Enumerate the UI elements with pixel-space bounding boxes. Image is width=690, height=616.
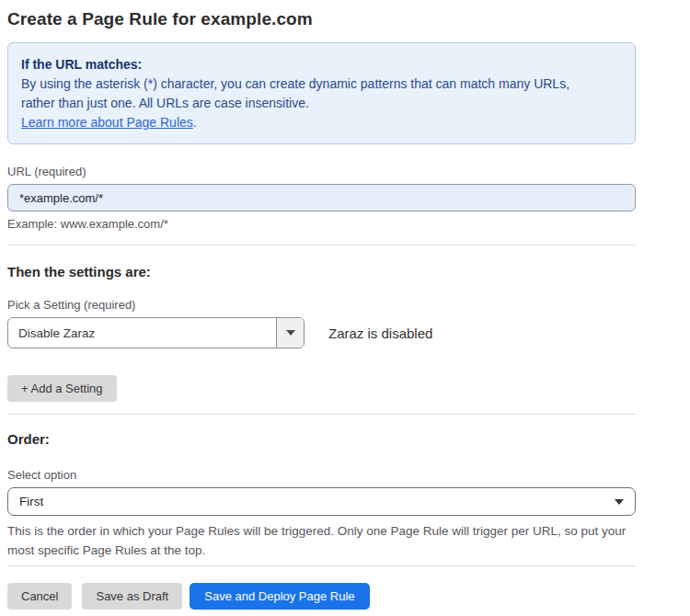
add-setting-button[interactable]: + Add a Setting	[7, 375, 117, 402]
setting-select-value: Disable Zaraz	[8, 318, 276, 348]
caret-down-icon	[286, 330, 295, 336]
setting-row: Disable Zaraz Zaraz is disabled	[7, 317, 636, 348]
order-section-heading: Order:	[7, 431, 636, 447]
cancel-button[interactable]: Cancel	[7, 583, 72, 610]
order-select-label: Select option	[7, 468, 636, 482]
setting-select-arrow-button[interactable]	[276, 318, 304, 348]
order-select[interactable]: First	[7, 487, 636, 516]
order-select-value: First	[19, 495, 615, 508]
settings-section-heading: Then the settings are:	[7, 264, 636, 279]
caret-down-icon	[615, 499, 624, 505]
page-rule-form: Create a Page Rule for example.com If th…	[0, 0, 636, 610]
setting-select[interactable]: Disable Zaraz	[7, 317, 305, 348]
url-input[interactable]	[7, 184, 636, 211]
page-title: Create a Page Rule for example.com	[7, 9, 636, 29]
order-help-text: This is the order in which your Page Rul…	[7, 521, 633, 560]
save-and-deploy-button[interactable]: Save and Deploy Page Rule	[190, 583, 369, 610]
divider	[7, 565, 636, 566]
learn-more-link[interactable]: Learn more about Page Rules	[21, 115, 193, 130]
url-example-text: Example: www.example.com/*	[7, 217, 636, 231]
info-box-heading: If the URL matches:	[21, 55, 620, 74]
link-period: .	[193, 115, 197, 130]
divider	[7, 414, 636, 415]
setting-status-text: Zaraz is disabled	[328, 325, 432, 341]
divider	[7, 245, 636, 245]
info-link-line: Learn more about Page Rules.	[21, 113, 620, 132]
pick-setting-label: Pick a Setting (required)	[7, 298, 636, 312]
url-field-label: URL (required)	[7, 165, 636, 178]
form-actions: Cancel Save as Draft Save and Deploy Pag…	[7, 583, 636, 610]
save-as-draft-button[interactable]: Save as Draft	[82, 583, 182, 610]
info-box-body: By using the asterisk (*) character, you…	[21, 74, 601, 113]
url-match-info-box: If the URL matches: By using the asteris…	[7, 42, 636, 144]
